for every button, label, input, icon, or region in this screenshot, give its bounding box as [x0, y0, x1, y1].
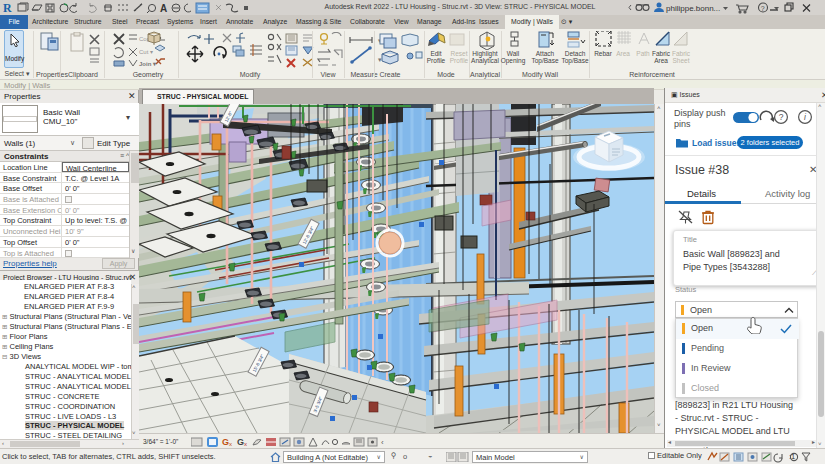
svg-text:‹: ‹: [381, 438, 384, 447]
svg-text:Join ▾: Join ▾: [139, 61, 157, 67]
svg-text:?: ?: [761, 5, 765, 12]
svg-text:Cut ▾: Cut ▾: [139, 49, 153, 55]
svg-text:?: ?: [779, 112, 784, 122]
svg-text:G: G: [237, 437, 244, 447]
svg-text:x: x: [229, 441, 232, 447]
svg-text:i: i: [804, 112, 807, 122]
svg-text:philippe.bonn...: philippe.bonn...: [666, 4, 720, 13]
svg-text:x: x: [244, 441, 247, 447]
svg-text:G: G: [222, 437, 229, 447]
svg-text:R: R: [3, 1, 12, 14]
